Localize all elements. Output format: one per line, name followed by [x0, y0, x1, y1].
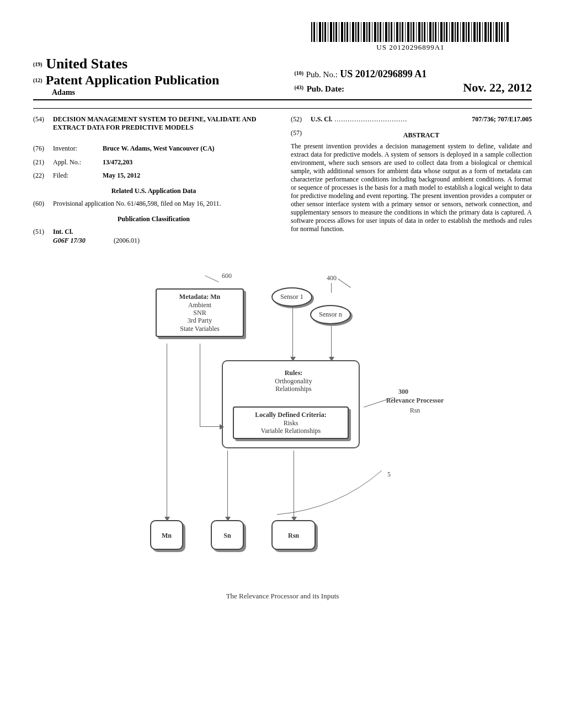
- metadata-line-1: SNR: [193, 309, 206, 317]
- related-heading: Related U.S. Application Data: [33, 187, 274, 195]
- intcl-spacer: [33, 237, 53, 244]
- sensor-n-node: Sensor n: [310, 305, 351, 324]
- title-row: (54) DECISION MANAGEMENT SYSTEM TO DEFIN…: [33, 115, 274, 139]
- patent-figure: 600 400 300 350 5 Metadata: Mn Ambient S…: [106, 272, 459, 581]
- rules-line-0: Orthogonality: [275, 377, 312, 385]
- rules-line-1: Relationships: [275, 385, 311, 393]
- filed-date: May 15, 2012: [103, 172, 140, 179]
- leader-400: [331, 283, 332, 293]
- related-text: Provisional application No. 61/486,598, …: [53, 200, 274, 207]
- country-name: United States: [46, 56, 127, 72]
- code-60: (60): [33, 200, 53, 207]
- filed-value: May 15, 2012: [103, 172, 274, 179]
- author-line: Adams: [33, 88, 295, 98]
- rules-title: Rules:: [285, 369, 303, 377]
- filed-label: Filed:: [53, 172, 103, 179]
- code-51: (51): [33, 228, 53, 235]
- metadata-line-3: State Variables: [180, 325, 219, 333]
- header-right: (10) Pub. No.: US 2012/0296899 A1 (43) P…: [295, 68, 532, 97]
- line-metadata-right: [200, 426, 221, 427]
- intcl-label-text: Int. Cl.: [53, 228, 73, 235]
- rel-proc-sym: Rsn: [410, 406, 420, 414]
- fig-label-600: 600: [222, 272, 232, 280]
- rules-box: Rules: Orthogonality Relationships: [249, 366, 338, 396]
- right-column: (52) U.S. Cl. ..........................…: [291, 115, 532, 250]
- leader-400b: [338, 279, 351, 288]
- criteria-box: Locally Defined Criteria: Risks Variable…: [233, 406, 349, 439]
- header-left: (19) United States (12) Patent Applicati…: [33, 55, 295, 98]
- metadata-title: Metadata: Mn: [179, 293, 220, 301]
- uscl-label: U.S. Cl.: [311, 115, 332, 123]
- pub-number-label: Pub. No.:: [306, 70, 338, 79]
- metadata-line-2: 3rd Party: [188, 317, 212, 324]
- figure-caption: The Relevance Processor and its Inputs: [33, 592, 532, 601]
- abstract-label: ABSTRACT: [311, 131, 532, 139]
- abstract-head-row: (57) ABSTRACT: [291, 129, 532, 142]
- code-54: (54): [33, 115, 53, 139]
- appl-label: Appl. No.:: [53, 158, 103, 166]
- metadata-box: Metadata: Mn Ambient SNR 3rd Party State…: [156, 288, 244, 337]
- intcl-class: G06F 17/30: [53, 237, 114, 244]
- code-43: (43): [295, 84, 304, 90]
- intcl-year: (2006.01): [114, 237, 140, 244]
- pub-number-row: (10) Pub. No.: US 2012/0296899 A1: [295, 68, 532, 81]
- arrow-s-icon: [225, 517, 231, 521]
- document-body: (54) DECISION MANAGEMENT SYSTEM TO DEFIN…: [33, 115, 532, 250]
- code-12: (12): [33, 77, 42, 83]
- publication-type-line: (12) Patent Application Publication: [33, 72, 295, 88]
- arrow-m-icon: [164, 517, 170, 521]
- leader-5-icon: [271, 459, 404, 526]
- output-s-box: Sn: [211, 520, 244, 550]
- output-r-label: Rsn: [288, 532, 299, 539]
- intcl-label: Int. Cl.: [53, 228, 274, 235]
- sensor-1-node: Sensor 1: [271, 287, 312, 306]
- barcode: US 20120296899A1: [311, 22, 510, 52]
- output-s-label: Sn: [223, 532, 231, 539]
- pub-number-value: US 2012/0296899 A1: [340, 68, 427, 79]
- barcode-block: US 20120296899A1: [33, 22, 532, 52]
- criteria-line-1: Variable Relationships: [261, 427, 321, 435]
- pub-date-row: (43) Pub. Date: Nov. 22, 2012: [295, 81, 532, 95]
- line-sensor1-down: [292, 307, 293, 358]
- line-m-down: [167, 344, 167, 518]
- fig-label-300: 300: [398, 388, 408, 395]
- code-10: (10): [295, 70, 304, 76]
- pub-date-label: Pub. Date:: [307, 84, 344, 93]
- pubclass-heading: Publication Classification: [33, 215, 274, 223]
- barcode-text: US 20120296899A1: [311, 43, 510, 52]
- appl-value: 13/472,203: [103, 158, 274, 166]
- barcode-lines-icon: [311, 22, 510, 42]
- line-s-down: [227, 451, 228, 518]
- intcl-row: (51) Int. Cl.: [33, 228, 274, 235]
- inventor-name: Bruce W. Adams, West Vancouver (CA): [103, 144, 215, 152]
- code-52: (52): [291, 115, 311, 123]
- document-header: (19) United States (12) Patent Applicati…: [33, 55, 532, 101]
- sensor-1-label: Sensor 1: [280, 293, 303, 301]
- arrow-sensorn-icon: [329, 357, 334, 361]
- appl-row: (21) Appl. No.: 13/472,203: [33, 158, 274, 166]
- code-22: (22): [33, 172, 53, 179]
- arrow-sensor1-icon: [290, 357, 296, 361]
- metadata-line-0: Ambient: [188, 301, 211, 309]
- uscl-value: 707/736; 707/E17.005: [472, 115, 532, 123]
- code-21: (21): [33, 158, 53, 166]
- related-row: (60) Provisional application No. 61/486,…: [33, 200, 274, 207]
- uscl-row: (52) U.S. Cl. ..........................…: [291, 115, 532, 123]
- uscl-value-text: 707/736; 707/E17.005: [472, 115, 532, 123]
- inventor-label: Inventor:: [53, 144, 103, 152]
- line-sensorn-down: [331, 326, 332, 358]
- rel-proc-title: Relevance Processor: [386, 397, 444, 404]
- fig-label-400: 400: [327, 274, 337, 282]
- arrow-metadata-icon: [220, 424, 224, 430]
- uscl-dots: .................................: [332, 115, 472, 123]
- code-76: (76): [33, 144, 53, 152]
- code-19: (19): [33, 61, 42, 67]
- filed-row: (22) Filed: May 15, 2012: [33, 172, 274, 179]
- left-column: (54) DECISION MANAGEMENT SYSTEM TO DEFIN…: [33, 115, 274, 250]
- country-line: (19) United States: [33, 55, 295, 72]
- pub-date-value: Nov. 22, 2012: [463, 81, 532, 95]
- sensor-n-label: Sensor n: [319, 311, 342, 318]
- uscl-label-text: U.S. Cl.: [311, 115, 332, 123]
- code-57: (57): [291, 129, 311, 142]
- line-metadata-down: [200, 344, 200, 426]
